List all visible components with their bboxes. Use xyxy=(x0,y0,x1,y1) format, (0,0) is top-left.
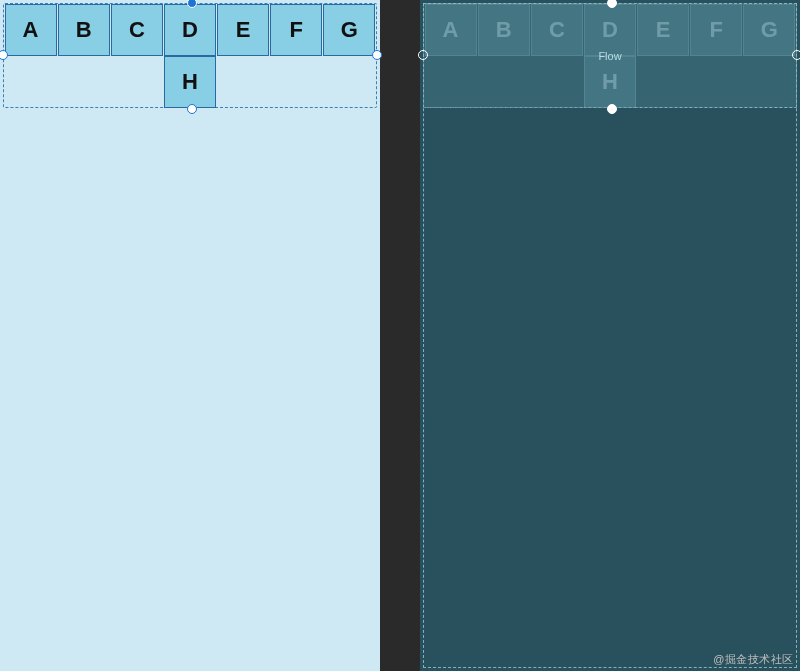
tile-h[interactable]: H xyxy=(164,56,216,108)
tile-label: G xyxy=(341,17,358,43)
tile-label: C xyxy=(549,17,565,43)
tile-h[interactable]: H xyxy=(584,56,636,108)
tile-e[interactable]: E xyxy=(637,4,689,56)
tile-b[interactable]: B xyxy=(58,4,110,56)
tile-label: D xyxy=(602,17,618,43)
tile-label: H xyxy=(182,69,198,95)
tile-f[interactable]: F xyxy=(690,4,742,56)
tile-label: A xyxy=(443,17,459,43)
tile-c[interactable]: C xyxy=(111,4,163,56)
device-frame-right: A B C D E F G H Flow xyxy=(420,0,800,671)
tile-e[interactable]: E xyxy=(217,4,269,56)
flow-container-left[interactable]: A B C D E F G H xyxy=(3,3,377,108)
tile-label: G xyxy=(761,17,778,43)
tile-label: E xyxy=(656,17,671,43)
tile-g[interactable]: G xyxy=(323,4,375,56)
watermark: @掘金技术社区 xyxy=(713,652,794,667)
tile-label: E xyxy=(236,17,251,43)
tile-label: F xyxy=(290,17,303,43)
resize-handle-bottom[interactable] xyxy=(607,104,617,114)
tile-label: B xyxy=(76,17,92,43)
tile-label: A xyxy=(23,17,39,43)
device-frame-left: A B C D E F G H xyxy=(0,0,380,671)
tile-d[interactable]: D xyxy=(584,4,636,56)
tile-a[interactable]: A xyxy=(425,4,477,56)
tile-d[interactable]: D xyxy=(164,4,216,56)
tile-b[interactable]: B xyxy=(478,4,530,56)
tile-g[interactable]: G xyxy=(743,4,795,56)
tile-a[interactable]: A xyxy=(5,4,57,56)
tile-c[interactable]: C xyxy=(531,4,583,56)
tile-label: F xyxy=(710,17,723,43)
flow-container-right[interactable]: A B C D E F G H xyxy=(423,3,797,108)
design-canvas: A B C D E F G H A B C D E F G H Flow xyxy=(0,0,800,671)
tile-label: H xyxy=(602,69,618,95)
tile-label: B xyxy=(496,17,512,43)
tile-label: D xyxy=(182,17,198,43)
tile-f[interactable]: F xyxy=(270,4,322,56)
tile-label: C xyxy=(129,17,145,43)
resize-handle-bottom[interactable] xyxy=(187,104,197,114)
resize-handle-left[interactable] xyxy=(418,50,428,60)
resize-handle-right[interactable] xyxy=(792,50,800,60)
resize-handle-right[interactable] xyxy=(372,50,382,60)
